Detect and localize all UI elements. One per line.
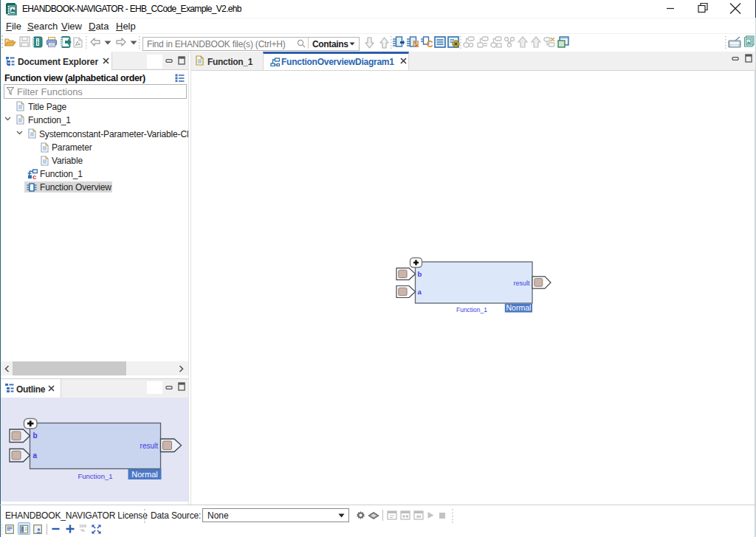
svg-text:c: c (32, 173, 36, 179)
svg-text:b: b (418, 270, 422, 278)
svg-text:result: result (140, 442, 159, 450)
svg-text:Function_1: Function_1 (456, 306, 487, 313)
svg-text:Normal: Normal (506, 303, 531, 312)
svg-text:Function_1: Function_1 (78, 472, 112, 480)
svg-text:b: b (33, 432, 38, 440)
svg-text:C: C (427, 39, 433, 49)
svg-text:result: result (513, 280, 530, 287)
svg-text:N: N (413, 39, 419, 49)
svg-text:Normal: Normal (131, 470, 157, 479)
svg-text:a: a (33, 451, 38, 460)
svg-text:a: a (418, 288, 422, 296)
